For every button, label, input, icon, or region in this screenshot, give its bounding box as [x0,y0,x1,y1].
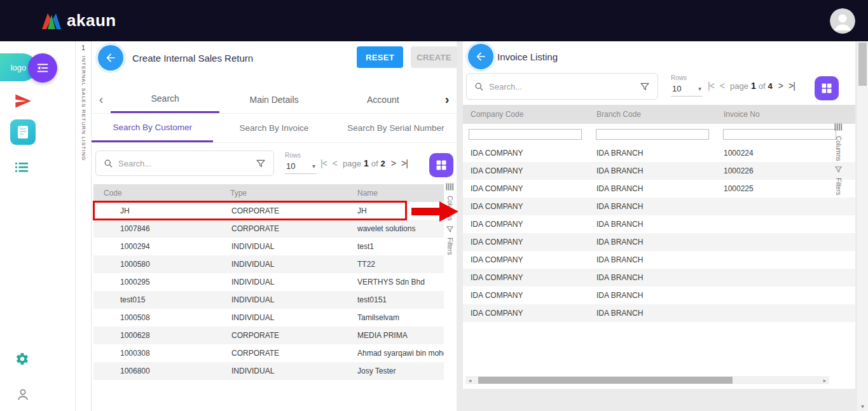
column-header-name[interactable]: Name [345,189,444,198]
filters-label[interactable]: Filters [446,238,453,255]
create-button[interactable]: CREATE [411,46,457,68]
invoice-row[interactable]: IDA COMPANY IDA BRANCH [463,304,855,322]
company-code-filter-input[interactable] [469,129,582,140]
customer-row[interactable]: 1000580 INDIVIDUAL TT22 [93,255,444,273]
app-logo[interactable]: akaun [42,11,116,30]
last-page-icon[interactable]: >| [789,81,795,91]
tabs-scroll-left-icon[interactable]: ‹ [92,86,111,113]
next-page-icon[interactable]: > [778,81,783,91]
grid-view-button[interactable] [815,76,839,100]
scroll-left-icon[interactable]: ◂ [465,377,474,384]
rows-per-page-select[interactable]: 10 ▾ [671,83,703,97]
customer-row[interactable]: 1000308 CORPORATE Ahmad syarqawi bin moh… [93,344,444,362]
back-button[interactable] [98,45,123,71]
customer-row[interactable]: 1000294 INDIVIDUAL test1 [93,238,444,255]
scroll-right-icon[interactable]: ▸ [820,377,829,384]
first-page-icon[interactable]: |< [708,81,714,91]
cell-type: INDIVIDUAL [217,313,345,322]
customer-search-input[interactable] [118,159,251,168]
cell-branch-code: IDA BRANCH [590,255,717,264]
column-header-invoice-no[interactable]: Invoice No [717,110,855,119]
top-navigation-bar: akaun [0,0,868,41]
subtab-search-by-serial-number[interactable]: Search By Serial Number [335,114,457,142]
invoice-row[interactable]: IDA COMPANY IDA BRANCH [463,286,855,304]
filter-funnel-icon[interactable] [256,158,266,168]
cell-code: test015 [93,295,217,304]
invoice-row[interactable]: IDA COMPANY IDA BRANCH [463,269,855,286]
invoice-row[interactable]: IDA COMPANY IDA BRANCH 1000226 [463,162,855,180]
user-avatar[interactable] [830,8,855,34]
grid-view-button[interactable] [429,153,453,177]
customer-row[interactable]: 1007846 CORPORATE wavelet solutions [93,220,444,238]
customer-row[interactable]: 1006800 INDIVIDUAL Josy Tester [93,362,444,380]
invoice-row[interactable]: IDA COMPANY IDA BRANCH [463,233,855,251]
column-header-company-code[interactable]: Company Code [463,110,590,119]
subtab-search-by-invoice[interactable]: Search By Invoice [213,114,334,142]
cell-name: wavelet solutions [345,224,444,233]
column-header-branch-code[interactable]: Branch Code [590,110,717,119]
rows-label: Rows [285,152,317,159]
tab-main-details[interactable]: Main Details [219,86,328,113]
cell-company-code: IDA COMPANY [463,202,590,211]
page-vertical-scrollbar[interactable]: ▾ [857,41,868,411]
first-page-icon[interactable]: |< [320,158,327,168]
invoice-row[interactable]: IDA COMPANY IDA BRANCH [463,251,855,269]
customer-row[interactable]: 1000508 INDIVIDUAL Tamilselvam [93,309,444,327]
customer-row[interactable]: test015 INDIVIDUAL test0151 [93,291,444,309]
tab-search[interactable]: Search [111,86,219,113]
sidebar-item-settings[interactable] [15,352,29,366]
cell-company-code: IDA COMPANY [463,238,590,246]
filters-icon[interactable] [834,165,843,173]
subtab-search-by-customer[interactable]: Search By Customer [92,114,213,142]
prev-page-icon[interactable]: < [720,81,724,91]
customer-table: Code Type Name JH CORPORATE JH 1007846 C… [93,184,444,380]
cell-company-code: IDA COMPANY [463,166,590,175]
invoice-row[interactable]: IDA COMPANY IDA BRANCH [463,215,855,233]
prev-page-icon[interactable]: < [333,158,337,168]
cell-code: 1006800 [93,367,217,375]
next-page-icon[interactable]: > [391,158,396,168]
page-title: Invoice Listing [497,51,558,62]
last-page-icon[interactable]: >| [401,158,408,168]
invoice-row[interactable]: IDA COMPANY IDA BRANCH [463,198,855,215]
columns-label[interactable]: Columns [446,196,453,220]
back-button[interactable] [468,44,493,69]
scrollbar-thumb[interactable] [858,43,867,86]
sidebar-item-profile[interactable] [16,387,30,401]
customer-row[interactable]: 1000628 CORPORATE MEDIA PRIMA [93,327,444,344]
search-icon [474,82,484,91]
rows-per-page-select[interactable]: 10 ▾ [285,160,317,174]
invoice-search-input[interactable] [489,82,635,91]
invoice-row[interactable]: IDA COMPANY IDA BRANCH 1000225 [463,180,855,198]
tab-account[interactable]: Account [329,86,437,113]
rows-per-page-control: Rows 10 ▾ [671,74,703,97]
invoice-row[interactable]: IDA COMPANY IDA BRANCH 1000224 [463,144,855,162]
tabs-scroll-right-icon[interactable]: › [437,86,457,113]
customer-search-box [95,151,274,176]
workspace-tab-strip[interactable]: 1 INTERNAL SALES RETURN LISTING [76,41,92,411]
filters-label[interactable]: Filters [835,178,842,195]
cell-company-code: IDA COMPANY [463,309,590,318]
scrollbar-track[interactable] [474,376,820,384]
sidebar-menu-toggle-button[interactable] [28,53,57,83]
sidebar-item-send-app[interactable] [14,92,32,110]
scroll-down-icon[interactable]: ▾ [857,403,868,410]
reset-button[interactable]: RESET [357,46,403,68]
sidebar-item-listing[interactable] [15,162,28,173]
column-header-type[interactable]: Type [217,189,345,198]
branch-code-filter-input[interactable] [596,129,709,140]
customer-row[interactable]: 1000295 INDIVIDUAL VERTHYS Sdn Bhd [93,273,444,291]
horizontal-scrollbar[interactable]: ◂ ▸ [465,376,829,384]
columns-label[interactable]: Columns [835,136,842,161]
column-filter-row [463,124,855,144]
cell-name: VERTHYS Sdn Bhd [345,278,444,286]
column-header-code[interactable]: Code [93,189,217,198]
invoice-no-filter-input[interactable] [723,129,836,140]
sidebar-item-document-app[interactable] [10,119,36,145]
customer-row[interactable]: JH CORPORATE JH [93,202,444,220]
filters-icon[interactable] [446,225,454,233]
filter-funnel-icon[interactable] [640,81,650,91]
columns-icon[interactable] [834,123,843,131]
scrollbar-thumb[interactable] [478,377,733,384]
columns-icon[interactable] [446,182,454,191]
